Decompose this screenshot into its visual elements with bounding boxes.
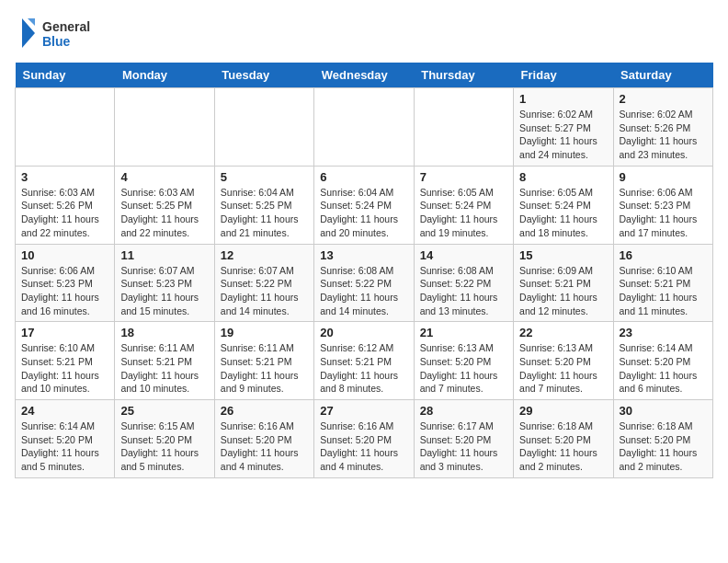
day-info: Sunrise: 6:11 AM Sunset: 5:21 PM Dayligh… — [120, 341, 208, 396]
calendar-week-row: 1Sunrise: 6:02 AM Sunset: 5:27 PM Daylig… — [16, 88, 713, 167]
calendar-week-row: 3Sunrise: 6:03 AM Sunset: 5:26 PM Daylig… — [16, 166, 713, 244]
day-number: 4 — [120, 170, 208, 184]
day-number: 5 — [221, 170, 308, 184]
day-info: Sunrise: 6:05 AM Sunset: 5:24 PM Dayligh… — [519, 186, 607, 240]
calendar-cell: 26Sunrise: 6:16 AM Sunset: 5:20 PM Dayli… — [214, 400, 313, 478]
day-number: 11 — [120, 248, 208, 262]
calendar-cell: 10Sunrise: 6:06 AM Sunset: 5:23 PM Dayli… — [16, 244, 115, 322]
calendar-cell: 2Sunrise: 6:02 AM Sunset: 5:26 PM Daylig… — [613, 88, 712, 167]
day-info: Sunrise: 6:16 AM Sunset: 5:20 PM Dayligh… — [221, 419, 308, 474]
day-number: 28 — [420, 404, 507, 418]
calendar-cell: 22Sunrise: 6:13 AM Sunset: 5:20 PM Dayli… — [514, 322, 613, 400]
svg-text:Blue: Blue — [42, 34, 71, 49]
calendar-cell — [115, 88, 214, 167]
calendar-cell: 7Sunrise: 6:05 AM Sunset: 5:24 PM Daylig… — [414, 166, 513, 244]
day-info: Sunrise: 6:02 AM Sunset: 5:27 PM Dayligh… — [519, 108, 607, 162]
day-number: 12 — [221, 248, 308, 262]
day-number: 1 — [519, 92, 607, 106]
calendar-cell: 30Sunrise: 6:18 AM Sunset: 5:20 PM Dayli… — [613, 400, 712, 478]
day-number: 7 — [420, 170, 507, 184]
day-number: 17 — [21, 326, 108, 339]
day-info: Sunrise: 6:17 AM Sunset: 5:20 PM Dayligh… — [420, 419, 507, 474]
day-number: 25 — [120, 404, 208, 418]
day-info: Sunrise: 6:09 AM Sunset: 5:21 PM Dayligh… — [519, 264, 607, 318]
day-number: 15 — [519, 248, 607, 262]
calendar-cell: 20Sunrise: 6:12 AM Sunset: 5:21 PM Dayli… — [314, 322, 414, 400]
calendar-cell: 19Sunrise: 6:11 AM Sunset: 5:21 PM Dayli… — [214, 322, 313, 400]
weekday-header: Monday — [115, 63, 214, 88]
calendar-cell: 11Sunrise: 6:07 AM Sunset: 5:23 PM Dayli… — [115, 244, 214, 322]
calendar-cell: 23Sunrise: 6:14 AM Sunset: 5:20 PM Dayli… — [613, 322, 712, 400]
day-number: 21 — [420, 326, 507, 339]
calendar-cell: 4Sunrise: 6:03 AM Sunset: 5:25 PM Daylig… — [115, 166, 214, 244]
page-header: GeneralBlue — [15, 15, 713, 52]
calendar-week-row: 24Sunrise: 6:14 AM Sunset: 5:20 PM Dayli… — [16, 400, 713, 478]
logo: GeneralBlue — [15, 15, 97, 52]
day-info: Sunrise: 6:07 AM Sunset: 5:22 PM Dayligh… — [221, 264, 308, 318]
day-number: 13 — [320, 248, 407, 262]
day-info: Sunrise: 6:06 AM Sunset: 5:23 PM Dayligh… — [620, 186, 707, 240]
weekday-header: Tuesday — [214, 63, 313, 88]
calendar-cell: 3Sunrise: 6:03 AM Sunset: 5:26 PM Daylig… — [16, 166, 115, 244]
day-number: 29 — [519, 404, 607, 418]
day-info: Sunrise: 6:03 AM Sunset: 5:25 PM Dayligh… — [120, 186, 208, 240]
day-info: Sunrise: 6:14 AM Sunset: 5:20 PM Dayligh… — [21, 419, 108, 474]
calendar-cell: 18Sunrise: 6:11 AM Sunset: 5:21 PM Dayli… — [115, 322, 214, 400]
day-number: 27 — [320, 404, 407, 418]
calendar-cell: 9Sunrise: 6:06 AM Sunset: 5:23 PM Daylig… — [613, 166, 712, 244]
calendar-week-row: 17Sunrise: 6:10 AM Sunset: 5:21 PM Dayli… — [16, 322, 713, 400]
day-info: Sunrise: 6:03 AM Sunset: 5:26 PM Dayligh… — [21, 186, 108, 240]
svg-text:General: General — [42, 19, 90, 34]
calendar-cell: 12Sunrise: 6:07 AM Sunset: 5:22 PM Dayli… — [214, 244, 313, 322]
day-number: 6 — [320, 170, 407, 184]
day-info: Sunrise: 6:04 AM Sunset: 5:24 PM Dayligh… — [320, 186, 407, 240]
calendar-cell — [314, 88, 414, 167]
day-info: Sunrise: 6:16 AM Sunset: 5:20 PM Dayligh… — [320, 419, 407, 474]
day-info: Sunrise: 6:02 AM Sunset: 5:26 PM Dayligh… — [620, 108, 707, 162]
day-number: 2 — [620, 92, 707, 106]
weekday-header: Wednesday — [314, 63, 414, 88]
day-number: 18 — [120, 326, 208, 339]
calendar-cell: 25Sunrise: 6:15 AM Sunset: 5:20 PM Dayli… — [115, 400, 214, 478]
day-info: Sunrise: 6:04 AM Sunset: 5:25 PM Dayligh… — [221, 186, 308, 240]
day-info: Sunrise: 6:11 AM Sunset: 5:21 PM Dayligh… — [221, 341, 308, 396]
day-info: Sunrise: 6:10 AM Sunset: 5:21 PM Dayligh… — [21, 341, 108, 396]
logo-svg: GeneralBlue — [15, 15, 97, 52]
calendar-cell: 29Sunrise: 6:18 AM Sunset: 5:20 PM Dayli… — [514, 400, 613, 478]
day-info: Sunrise: 6:15 AM Sunset: 5:20 PM Dayligh… — [120, 419, 208, 474]
day-number: 10 — [21, 248, 108, 262]
svg-marker-1 — [28, 18, 35, 26]
day-number: 16 — [620, 248, 707, 262]
day-number: 8 — [519, 170, 607, 184]
day-info: Sunrise: 6:08 AM Sunset: 5:22 PM Dayligh… — [420, 264, 507, 318]
day-number: 9 — [620, 170, 707, 184]
calendar-cell — [16, 88, 115, 167]
calendar-cell: 21Sunrise: 6:13 AM Sunset: 5:20 PM Dayli… — [414, 322, 513, 400]
day-info: Sunrise: 6:12 AM Sunset: 5:21 PM Dayligh… — [320, 341, 407, 396]
calendar-cell — [414, 88, 513, 167]
day-number: 3 — [21, 170, 108, 184]
day-number: 26 — [221, 404, 308, 418]
calendar-cell — [214, 88, 313, 167]
weekday-header: Sunday — [16, 63, 115, 88]
day-info: Sunrise: 6:13 AM Sunset: 5:20 PM Dayligh… — [519, 341, 607, 396]
calendar-week-row: 10Sunrise: 6:06 AM Sunset: 5:23 PM Dayli… — [16, 244, 713, 322]
weekday-header: Friday — [514, 63, 613, 88]
weekday-header: Saturday — [613, 63, 712, 88]
day-info: Sunrise: 6:08 AM Sunset: 5:22 PM Dayligh… — [320, 264, 407, 318]
calendar-cell: 13Sunrise: 6:08 AM Sunset: 5:22 PM Dayli… — [314, 244, 414, 322]
calendar-cell: 24Sunrise: 6:14 AM Sunset: 5:20 PM Dayli… — [16, 400, 115, 478]
calendar-cell: 6Sunrise: 6:04 AM Sunset: 5:24 PM Daylig… — [314, 166, 414, 244]
day-number: 30 — [620, 404, 707, 418]
day-info: Sunrise: 6:10 AM Sunset: 5:21 PM Dayligh… — [620, 264, 707, 318]
weekday-header: Thursday — [414, 63, 513, 88]
calendar-cell: 5Sunrise: 6:04 AM Sunset: 5:25 PM Daylig… — [214, 166, 313, 244]
calendar-cell: 28Sunrise: 6:17 AM Sunset: 5:20 PM Dayli… — [414, 400, 513, 478]
day-info: Sunrise: 6:05 AM Sunset: 5:24 PM Dayligh… — [420, 186, 507, 240]
day-info: Sunrise: 6:13 AM Sunset: 5:20 PM Dayligh… — [420, 341, 507, 396]
calendar-cell: 17Sunrise: 6:10 AM Sunset: 5:21 PM Dayli… — [16, 322, 115, 400]
day-number: 19 — [221, 326, 308, 339]
day-info: Sunrise: 6:18 AM Sunset: 5:20 PM Dayligh… — [519, 419, 607, 474]
day-info: Sunrise: 6:06 AM Sunset: 5:23 PM Dayligh… — [21, 264, 108, 318]
day-info: Sunrise: 6:07 AM Sunset: 5:23 PM Dayligh… — [120, 264, 208, 318]
